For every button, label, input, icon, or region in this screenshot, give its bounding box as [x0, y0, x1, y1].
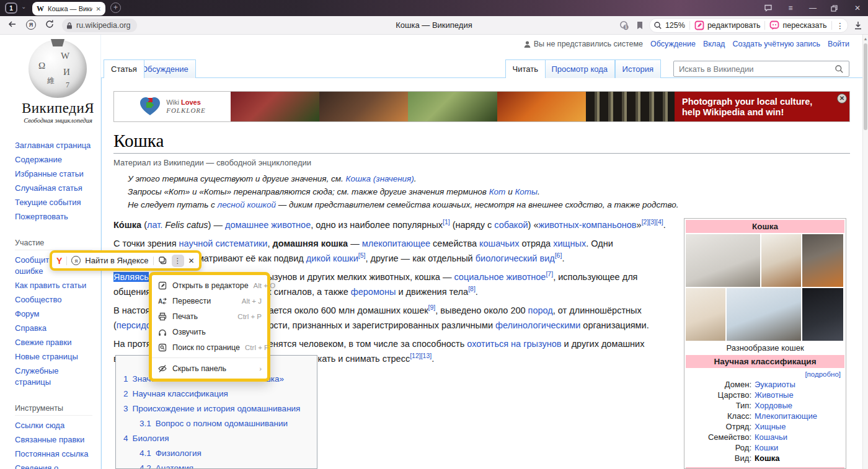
- wikipedia-favicon: W: [37, 4, 44, 14]
- sidebar-item-current-events[interactable]: Текущие события: [15, 197, 94, 208]
- scrollbar-up-arrow[interactable]: ▲: [863, 35, 868, 41]
- taxobox-title: Кошка: [686, 220, 844, 233]
- taxo-label: Царство:: [686, 390, 751, 400]
- userbar-create-account-link[interactable]: Создать учётную запись: [732, 40, 820, 48]
- userbar-contributions-link[interactable]: Вклад: [703, 40, 725, 48]
- cat-photo[interactable]: [727, 288, 801, 341]
- userbar-login-link[interactable]: Войти: [828, 40, 849, 48]
- divider: [66, 256, 67, 265]
- menu-item-open-in-editor[interactable]: Открыть в редактореAlt + O: [152, 278, 267, 293]
- browser-tab[interactable]: W Кошка — Википедия ✕: [32, 2, 105, 15]
- wikipedia-wordmark[interactable]: ВикипедиЯ: [15, 100, 101, 116]
- popup-more-button[interactable]: ⋮: [172, 255, 184, 267]
- sidebar-item-forum[interactable]: Форум: [15, 309, 94, 320]
- tab-counter-button[interactable]: 1: [5, 2, 17, 14]
- zoom-control[interactable]: 125%: [653, 21, 685, 30]
- cat-photo[interactable]: [686, 288, 725, 341]
- sidebar-item-new-pages[interactable]: Новые страницы: [15, 351, 94, 362]
- wikipedia-globe-logo[interactable]: Ω W И 維 7: [29, 40, 87, 98]
- window-minimize-button[interactable]: —: [808, 4, 817, 12]
- sidebar-item-recent-changes[interactable]: Свежие правки: [15, 337, 94, 348]
- menu-item-read-aloud[interactable]: Озвучить: [152, 324, 267, 340]
- taxo-value-link[interactable]: Млекопитающие: [755, 411, 817, 421]
- cat-photo[interactable]: [686, 234, 760, 287]
- tab-view-source[interactable]: Просмотр кода: [544, 59, 615, 78]
- tab-read[interactable]: Читать: [505, 59, 546, 78]
- taxo-value-link[interactable]: Кошачьи: [755, 432, 787, 442]
- edit-label: редактировать: [707, 21, 761, 30]
- protect-icon[interactable]: 1: [618, 19, 631, 32]
- zoom-level: 125%: [665, 21, 685, 30]
- taxo-value-link[interactable]: Эукариоты: [755, 379, 795, 390]
- login-status: Вы не представились системе: [523, 40, 643, 48]
- toc-item[interactable]: 2Научная классификация: [123, 387, 309, 400]
- cat-photo[interactable]: [761, 234, 801, 287]
- sidebar-item-featured[interactable]: Избранные статьи: [15, 169, 94, 180]
- search-icon[interactable]: [835, 64, 844, 74]
- find-in-yandex-button[interactable]: Найти в Яндексе: [85, 256, 148, 265]
- banner-brand: Wiki Loves FOLKLORE: [166, 99, 206, 115]
- userbar-talk-link[interactable]: Обсуждение: [650, 40, 696, 48]
- menu-item-translate[interactable]: A ПеревестиAlt + J: [152, 293, 267, 309]
- sidebar-item-contents[interactable]: Содержание: [15, 154, 94, 165]
- divider: [153, 256, 154, 265]
- tab-close-icon[interactable]: ✕: [96, 6, 101, 12]
- sidebar-item-how-to-edit[interactable]: Как править статьи: [15, 280, 94, 291]
- taxo-label: Отряд:: [686, 421, 751, 432]
- menu-item-hide-panel[interactable]: Скрыть панель›: [152, 361, 267, 376]
- taxo-label: Род:: [686, 442, 751, 453]
- sidebar-item-permanent-link[interactable]: Постоянная ссылка: [15, 449, 94, 460]
- scrollbar-thumb[interactable]: [864, 43, 867, 130]
- menu-divider: [152, 357, 267, 358]
- details-link[interactable]: [подробно]: [686, 368, 844, 379]
- page-scrollbar[interactable]: ▲: [862, 35, 868, 469]
- taxo-value-link[interactable]: Кошки: [755, 442, 778, 453]
- collage-caption: Разнообразие кошек: [686, 342, 844, 355]
- wiki-search-input[interactable]: [674, 64, 835, 74]
- toc-item[interactable]: 3Происхождение и история одомашнивания: [123, 402, 309, 415]
- downloads-icon[interactable]: [853, 20, 863, 30]
- sidebar-item-community[interactable]: Сообщество: [15, 294, 94, 305]
- bookmark-icon[interactable]: [636, 20, 644, 30]
- toolbar-more-icon[interactable]: ⋮: [836, 21, 844, 30]
- cat-photo[interactable]: [802, 288, 843, 341]
- sidebar-item-special-pages[interactable]: Служебные страницы: [15, 366, 94, 388]
- wiki-loves-folklore-banner[interactable]: Wiki Loves FOLKLORE Photograph your loca…: [113, 91, 850, 122]
- banner-photo-strip: [231, 92, 675, 121]
- toc-item[interactable]: 4.1Физиология: [123, 447, 309, 460]
- sidebar-item-donate[interactable]: Пожертвовать: [15, 211, 94, 222]
- hatnote: Не следует путать с лесной кошкой — дики…: [128, 198, 862, 211]
- sidebar-item-main-page[interactable]: Заглавная страница: [15, 140, 94, 151]
- popup-close-icon[interactable]: ✕: [188, 256, 195, 265]
- taxo-value-link[interactable]: Животные: [755, 390, 794, 400]
- menu-item-find-on-page[interactable]: Поиск по страницеCtrl + F: [152, 340, 267, 355]
- tab-history[interactable]: История: [615, 59, 661, 78]
- tab-article[interactable]: Статья: [104, 59, 144, 78]
- retell-pink-icon: [769, 20, 779, 30]
- sidebar-item-what-links-here[interactable]: Ссылки сюда: [15, 420, 94, 431]
- sidebar-item-related-changes[interactable]: Связанные правки: [15, 434, 94, 445]
- banner-close-icon[interactable]: ✕: [837, 94, 847, 103]
- window-close-button[interactable]: ✕: [853, 4, 862, 12]
- taxo-value-link[interactable]: Хищные: [755, 421, 786, 432]
- edit-page-button[interactable]: редактировать: [694, 20, 761, 30]
- copy-icon[interactable]: [158, 256, 167, 265]
- retell-button[interactable]: пересказать: [769, 20, 826, 30]
- toc-item[interactable]: 3.1Вопрос о полном одомашнивании: [123, 417, 309, 430]
- menu-hamburger-icon[interactable]: ≡: [786, 4, 795, 12]
- sidebar-item-random[interactable]: Случайная статья: [15, 183, 94, 194]
- taxo-value-link[interactable]: Хордовые: [755, 400, 792, 411]
- wiki-search-box[interactable]: [673, 61, 849, 77]
- new-tab-button[interactable]: +: [110, 2, 121, 13]
- sidebar-panel-icon[interactable]: [764, 4, 773, 12]
- tab-list-chevron-icon[interactable]: ⌄: [21, 3, 26, 10]
- toc-item[interactable]: 4.2Анатомия: [123, 462, 309, 469]
- sidebar-item-help[interactable]: Справка: [15, 323, 94, 334]
- puzzle-heart-icon: [139, 96, 161, 117]
- window-restore-button[interactable]: [831, 5, 839, 12]
- hide-eye-icon: [157, 364, 167, 374]
- menu-item-print[interactable]: ПечатьCtrl + P: [152, 309, 267, 324]
- toc-item[interactable]: 4Биология: [123, 432, 309, 445]
- cat-photo[interactable]: [802, 234, 843, 287]
- sidebar-item-page-info[interactable]: Сведения о странице: [15, 463, 94, 469]
